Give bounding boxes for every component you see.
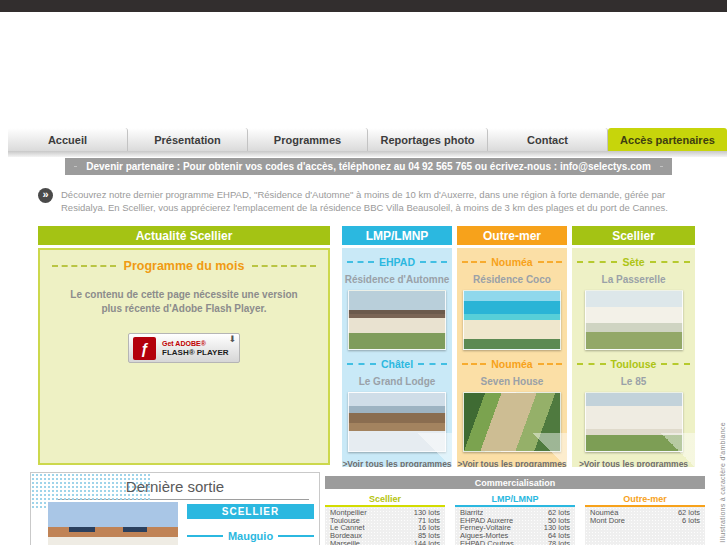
dash (347, 363, 376, 365)
main-nav: Accueil Présentation Programmes Reportag… (8, 128, 727, 151)
tab-programmes[interactable]: Programmes (248, 128, 368, 151)
outre-section2-location: Nouméa (462, 358, 562, 370)
scellier-section2-name: Le 85 (572, 376, 695, 387)
partner-banner-text: Devenir partenaire : Pour obtenir vos co… (86, 161, 651, 172)
see-all-line1: >Voir tous les programmes (457, 459, 567, 467)
dash (538, 363, 562, 365)
photo-seven-house[interactable] (463, 392, 561, 452)
intro-text: Découvrez notre dernier programme EHPAD,… (61, 188, 693, 214)
see-all-lmp-link[interactable]: >Voir tous les programmes LMP/LMNP (342, 459, 452, 467)
group-outre-mer-title: Outre-mer (585, 492, 705, 507)
scellier-header: Scellier (572, 226, 695, 245)
flash-btn-line1: Get ADOBE® (162, 340, 229, 347)
banner-line-left (74, 166, 77, 167)
download-arrow-icon: ⬇ (228, 334, 236, 344)
partner-banner: Devenir partenaire : Pour obtenir vos co… (65, 158, 672, 175)
commercialisation-header: Commercialisation (325, 476, 705, 489)
dash (418, 363, 447, 365)
get-flash-player-button[interactable]: ƒ Get ADOBE® FLASH® PLAYER ⬇ (128, 333, 240, 363)
group-outre-mer: Outre-mer Nouméa62 lots Mont Dore6 lots (585, 492, 705, 545)
see-all-scellier-link[interactable]: >Voir tous les programmes SCELLLIER (572, 459, 695, 467)
tab-contact[interactable]: Contact (488, 128, 608, 151)
dash (278, 535, 314, 537)
derniere-sortie-title: Dernière sortie (31, 478, 319, 495)
photo-le-grand-lodge[interactable] (348, 392, 446, 452)
group-lmp-title: LMP/LMNP (455, 492, 575, 507)
nav-shadow (8, 151, 727, 157)
intro-paragraph: » Découvrez notre dernier programme EHPA… (38, 188, 693, 214)
banner-line-right (660, 166, 663, 167)
dash-left (52, 265, 116, 267)
lmp-section1-location: EHPAD (347, 256, 447, 268)
city-label: Mauguio (228, 530, 273, 542)
see-all-outre-mer-link[interactable]: >Voir tous les programmes OUTRE MER (457, 459, 567, 467)
dash (187, 535, 223, 537)
photo-la-passerelle[interactable] (585, 290, 683, 350)
outre-mer-header: Outre-mer (457, 226, 567, 245)
derniere-sortie-info: SCELLIER Mauguio (187, 504, 314, 542)
dash (577, 363, 606, 365)
table-row: Marseille144 lots (325, 540, 445, 545)
photo-le-85[interactable] (585, 392, 683, 452)
column-lmp-lmnp: LMP/LMNP EHPAD Résidence d'Automne Châte… (342, 226, 452, 467)
flash-button-text: Get ADOBE® FLASH® PLAYER (162, 340, 229, 357)
outre-section2-name: Seven House (457, 376, 567, 387)
lmp-section2-location: Châtel (347, 358, 447, 370)
group-scellier: Scellier Montpellier130 lots Toulouse71 … (325, 492, 445, 545)
dash-right (252, 265, 316, 267)
dash (577, 261, 617, 263)
derniere-sortie-panel: Dernière sortie SCELLIER Mauguio (30, 472, 320, 545)
column-outre-mer: Outre-mer Nouméa Résidence Coco Nouméa S… (457, 226, 567, 467)
programme-du-mois-title: Programme du mois (52, 259, 316, 273)
commercialisation-section: Commercialisation Scellier Montpellier13… (325, 476, 705, 545)
flash-btn-line2: FLASH® PLAYER (162, 348, 229, 357)
lmp-section1-name: Résidence d'Automne (342, 274, 452, 285)
lmp-header: LMP/LMNP (342, 226, 452, 245)
outre-section1-location: Nouméa (462, 256, 562, 268)
photo-residence-automne[interactable] (348, 290, 446, 350)
location-label: Châtel (381, 358, 413, 370)
dash (420, 261, 447, 263)
location-label: Nouméa (491, 256, 532, 268)
scellier-section2-location: Toulouse (577, 358, 690, 370)
page: Accueil Présentation Programmes Reportag… (0, 0, 727, 545)
top-black-bar (0, 0, 727, 12)
dash (462, 363, 486, 365)
actualite-scellier-panel: Actualité Scellier Programme du mois Le … (38, 226, 330, 465)
see-all-line1: >Voir tous les programmes (572, 459, 695, 467)
group-scellier-title: Scellier (325, 492, 445, 507)
programme-du-mois-label: Programme du mois (124, 259, 245, 273)
tab-acces-partenaires[interactable]: Accès partenaires (608, 128, 727, 151)
scellier-box: Sète La Passerelle Toulouse Le 85 >Voir … (572, 248, 695, 467)
flash-required-message: Le contenu de cette page nécessite une v… (60, 288, 308, 316)
see-all-line1: >Voir tous les programmes (342, 459, 452, 467)
commercialisation-groups: Scellier Montpellier130 lots Toulouse71 … (325, 492, 705, 545)
illustrations-footnote: Illustrations à caractère d'ambiance (719, 422, 726, 543)
dash (347, 261, 374, 263)
tab-accueil[interactable]: Accueil (8, 128, 128, 151)
location-label: Toulouse (611, 358, 657, 370)
location-label: Sète (622, 256, 644, 268)
location-label: EHPAD (379, 256, 415, 268)
tab-presentation[interactable]: Présentation (128, 128, 248, 151)
lmp-section2-name: Le Grand Lodge (342, 376, 452, 387)
table-row: Mont Dore6 lots (585, 517, 705, 525)
tab-reportages-photo[interactable]: Reportages photo (368, 128, 488, 151)
actualite-header: Actualité Scellier (38, 226, 330, 245)
outre-mer-box: Nouméa Résidence Coco Nouméa Seven House… (457, 248, 567, 467)
photo-residence-coco[interactable] (463, 290, 561, 350)
scellier-section1-name: La Passerelle (572, 274, 695, 285)
dash (661, 363, 690, 365)
dash (650, 261, 690, 263)
table-row: EHPAD Coutras78 lots (455, 540, 575, 545)
dash (538, 261, 562, 263)
dash (462, 261, 486, 263)
mauguio-city: Mauguio (187, 530, 314, 542)
group-lmp-lmnp: LMP/LMNP Biarritz62 lots EHPAD Auxerre50… (455, 492, 575, 545)
photo-mauguio-house[interactable] (48, 502, 178, 545)
column-scellier: Scellier Sète La Passerelle Toulouse Le … (572, 226, 695, 467)
location-label: Nouméa (491, 358, 532, 370)
actualite-box: Programme du mois Le contenu de cette pa… (38, 248, 330, 465)
scellier-section1-location: Sète (577, 256, 690, 268)
lmp-box: EHPAD Résidence d'Automne Châtel Le Gran… (342, 248, 452, 467)
